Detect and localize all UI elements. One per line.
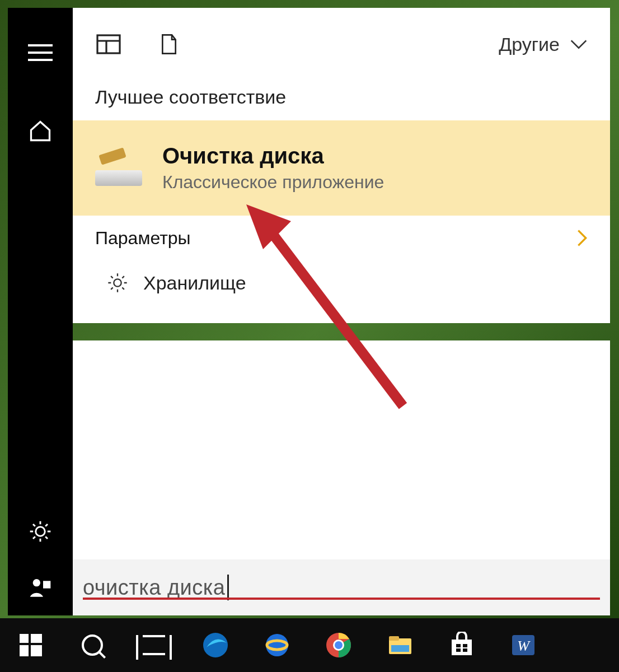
start-left-rail: [8, 8, 73, 615]
svg-rect-3: [97, 35, 120, 53]
gear-icon: [28, 519, 53, 544]
svg-rect-2: [43, 581, 50, 588]
account-button[interactable]: [8, 559, 73, 615]
svg-point-1: [33, 579, 40, 586]
task-view-button[interactable]: [123, 618, 185, 672]
filter-more-button[interactable]: Другие: [499, 34, 588, 55]
best-match-header: Лучшее соответствие: [73, 81, 610, 120]
store-icon: [448, 632, 475, 659]
filter-apps-button[interactable]: [95, 31, 122, 58]
person-icon: [29, 576, 51, 599]
svg-point-10: [266, 634, 288, 656]
filter-more-label: Другие: [499, 34, 560, 55]
app-window-icon: [95, 31, 122, 58]
svg-point-9: [203, 633, 228, 657]
settings-section-row[interactable]: Параметры: [73, 216, 610, 260]
svg-rect-19: [463, 644, 467, 647]
taskbar-app-word[interactable]: W: [493, 618, 554, 672]
taskbar-app-store[interactable]: [431, 618, 493, 672]
annotation-underline: [83, 598, 600, 600]
text-caret: [227, 575, 229, 600]
search-results-panel: Другие Лучшее соответствие Очистка диска…: [73, 8, 610, 323]
svg-point-13: [335, 641, 343, 649]
gear-icon: [106, 272, 129, 294]
home-icon: [28, 119, 53, 143]
settings-button[interactable]: [8, 503, 73, 559]
windows-logo-icon: [20, 634, 42, 656]
taskbar-app-edge[interactable]: [185, 618, 246, 672]
start-button[interactable]: [0, 618, 62, 672]
taskbar-app-explorer[interactable]: [369, 618, 431, 672]
document-icon: [158, 31, 180, 58]
taskbar-app-chrome[interactable]: [308, 618, 369, 672]
svg-point-0: [36, 527, 45, 536]
svg-text:W: W: [517, 638, 531, 654]
svg-rect-16: [391, 645, 409, 652]
search-lower-panel: очистка диска: [73, 340, 610, 615]
settings-item-label: Хранилище: [143, 272, 246, 294]
svg-rect-18: [456, 644, 461, 647]
word-icon: W: [510, 632, 537, 659]
svg-point-6: [114, 279, 121, 286]
settings-item-storage[interactable]: Хранилище: [73, 260, 610, 305]
search-query-text: очистка диска: [83, 576, 225, 600]
svg-rect-21: [463, 648, 467, 652]
disk-cleanup-icon: [95, 150, 142, 186]
taskbar-search-button[interactable]: [62, 618, 123, 672]
chrome-icon: [325, 632, 352, 659]
chevron-right-icon: [576, 229, 588, 247]
home-button[interactable]: [8, 103, 73, 159]
best-match-title: Очистка диска: [162, 143, 384, 169]
hamburger-button[interactable]: [8, 25, 73, 81]
chevron-down-icon: [570, 39, 588, 50]
best-match-subtitle: Классическое приложение: [162, 172, 384, 193]
settings-section-label: Параметры: [95, 228, 191, 249]
file-explorer-icon: [387, 632, 414, 659]
svg-rect-20: [456, 648, 461, 652]
internet-explorer-icon: [264, 632, 290, 659]
search-icon: [82, 634, 103, 656]
hamburger-icon: [28, 44, 53, 61]
best-match-item[interactable]: Очистка диска Классическое приложение: [73, 120, 610, 216]
svg-rect-15: [389, 636, 399, 641]
edge-icon: [202, 632, 229, 659]
filter-documents-button[interactable]: [156, 31, 182, 58]
task-view-icon: [140, 635, 167, 655]
search-input[interactable]: очистка диска: [73, 559, 610, 615]
svg-rect-17: [452, 640, 472, 655]
search-filter-bar: Другие: [73, 8, 610, 81]
taskbar-app-ie[interactable]: [246, 618, 308, 672]
taskbar: W: [0, 618, 619, 672]
